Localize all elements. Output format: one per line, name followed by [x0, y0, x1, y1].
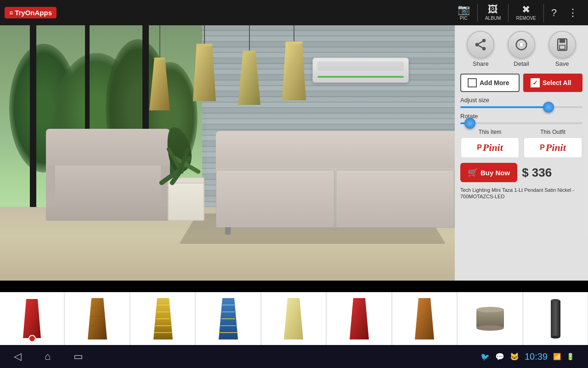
adjust-size-track[interactable]: [460, 106, 582, 108]
pinit-item-section: This Item P Pinit: [460, 129, 520, 158]
app-logo[interactable]: ≡ TryOnApps: [5, 7, 57, 18]
svg-marker-6: [282, 41, 306, 100]
pinit-outfit-section: This Outfit P Pinit: [523, 129, 582, 158]
svg-marker-19: [88, 298, 107, 339]
social-icon: 🐱: [510, 352, 519, 361]
cart-icon: 🛒: [468, 167, 478, 178]
main-scene: [0, 25, 455, 281]
thumb-2[interactable]: [65, 292, 130, 345]
ac-unit: [312, 58, 409, 83]
share-label: Share: [473, 60, 489, 67]
album-label: ALBUM: [485, 16, 501, 21]
svg-line-11: [479, 46, 483, 48]
adjust-size-thumb[interactable]: [543, 102, 554, 113]
album-button[interactable]: 🖼 ALBUM: [480, 3, 506, 23]
rotate-label: Rotate: [460, 113, 582, 120]
product-price: $ 336: [522, 166, 552, 180]
rotate-section: Rotate: [460, 113, 582, 124]
svg-point-40: [476, 325, 504, 331]
pinit-outfit-button[interactable]: P Pinit: [523, 137, 582, 158]
adjust-size-section: Adjust size: [460, 97, 582, 108]
save-button[interactable]: Save: [548, 31, 576, 67]
svg-rect-16: [559, 39, 565, 43]
pic-button[interactable]: 📷 PIC: [452, 3, 475, 23]
separator2: [508, 4, 509, 22]
buy-now-label: Buy Now: [481, 169, 510, 177]
rotate-track[interactable]: [460, 122, 582, 124]
remove-label: REMOVE: [516, 16, 536, 21]
pinit-row: This Item P Pinit This Outfit P Pinit: [460, 129, 582, 158]
sofa: [216, 131, 455, 228]
svg-point-43: [551, 336, 560, 339]
svg-marker-0: [149, 58, 170, 110]
more-button[interactable]: ⋮: [562, 6, 583, 20]
this-outfit-label: This Outfit: [540, 129, 565, 135]
thumb-6[interactable]: [327, 292, 391, 345]
svg-marker-37: [415, 298, 434, 339]
armchair: [46, 129, 170, 221]
chat-icon: 💬: [495, 352, 504, 361]
svg-point-9: [475, 43, 479, 46]
svg-point-10: [482, 47, 486, 51]
back-button[interactable]: ◁: [14, 351, 22, 362]
menu-icon: ≡: [9, 9, 13, 17]
thumb-5[interactable]: [262, 292, 326, 345]
recents-button[interactable]: ▭: [74, 351, 83, 362]
remove-icon: ✖: [522, 5, 530, 15]
pendant-3[interactable]: [237, 25, 262, 105]
svg-marker-35: [284, 298, 303, 339]
detail-button[interactable]: Detail: [508, 31, 535, 67]
detail-icon-circle: [508, 31, 535, 58]
select-row: Add More ✓ Select All: [460, 74, 582, 92]
action-row: Share Detail Save: [460, 31, 582, 67]
add-more-label: Add More: [480, 79, 509, 86]
pinit-p-icon: P: [477, 144, 482, 152]
thumbnail-bar: [0, 292, 588, 345]
nav-right: 🐦 💬 🐱 10:39 📶 🔋: [481, 351, 574, 362]
pinit-outfit-text: Pinit: [546, 142, 566, 154]
rotate-thumb[interactable]: [464, 118, 475, 129]
add-more-button[interactable]: Add More: [460, 74, 520, 92]
thumb-4[interactable]: [196, 292, 260, 345]
svg-marker-2: [193, 44, 216, 101]
help-button[interactable]: ?: [546, 6, 562, 20]
pinit-p2-icon: P: [540, 144, 545, 152]
wifi-icon: 📶: [553, 353, 561, 360]
select-all-button[interactable]: ✓ Select All: [523, 74, 582, 92]
help-icon: ?: [551, 8, 557, 18]
thumb-8[interactable]: [458, 292, 522, 345]
detail-label: Detail: [514, 60, 529, 67]
android-nav-bar: ◁ ⌂ ▭ 🐦 💬 🐱 10:39 📶 🔋: [0, 345, 588, 368]
pinit-item-button[interactable]: P Pinit: [460, 137, 520, 158]
svg-point-14: [520, 43, 523, 46]
svg-rect-17: [559, 45, 565, 49]
pendant-4[interactable]: [280, 25, 308, 100]
pendant-2[interactable]: [191, 25, 218, 101]
pic-label: PIC: [460, 16, 468, 21]
plant: [161, 177, 211, 221]
thumb-9[interactable]: [524, 292, 588, 345]
thumb-7[interactable]: [393, 292, 457, 345]
side-panel: Share Detail Save Add More ✓ Select All …: [455, 25, 588, 281]
remove-button[interactable]: ✖ REMOVE: [510, 3, 541, 23]
svg-marker-36: [350, 298, 369, 339]
adjust-size-label: Adjust size: [460, 97, 582, 104]
pendant-lights: [147, 25, 308, 110]
share-button[interactable]: Share: [467, 31, 494, 67]
pendant-1[interactable]: [147, 25, 172, 110]
separator3: [543, 4, 544, 22]
select-all-checkbox: ✓: [531, 78, 540, 87]
save-label: Save: [555, 60, 569, 67]
svg-point-8: [482, 39, 486, 43]
top-bar: ≡ TryOnApps 📷 PIC 🖼 ALBUM ✖ REMOVE ? ⋮: [0, 0, 588, 25]
buy-row: 🛒 Buy Now $ 336: [460, 163, 582, 182]
buy-now-button[interactable]: 🛒 Buy Now: [460, 163, 517, 182]
clock-display: 10:39: [525, 351, 548, 362]
svg-marker-18: [23, 299, 41, 338]
this-item-label: This Item: [479, 129, 501, 135]
home-button[interactable]: ⌂: [45, 351, 51, 362]
adjust-size-fill: [460, 106, 548, 108]
thumb-3[interactable]: [131, 292, 195, 345]
thumb-1[interactable]: [0, 292, 64, 345]
more-icon: ⋮: [568, 8, 578, 18]
